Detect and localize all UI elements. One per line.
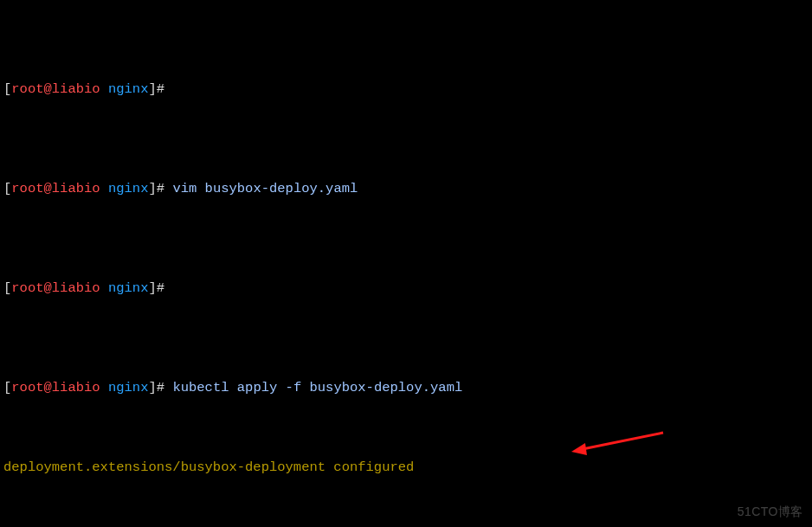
prompt-user: root@liabio <box>11 380 100 395</box>
prompt-line: [root@liabio nginx]# kubectl apply -f bu… <box>3 378 809 398</box>
prompt-line: [root@liabio nginx]# <box>3 279 809 299</box>
prompt-user: root@liabio <box>11 81 100 97</box>
prompt-dir: nginx <box>108 181 149 196</box>
cmd-vim: vim busybox-deploy.yaml <box>172 181 358 196</box>
prompt-dir: nginx <box>108 380 149 395</box>
prompt-user: root@liabio <box>11 181 100 196</box>
prompt-dir: nginx <box>108 81 149 97</box>
cmd-apply: kubectl apply -f busybox-deploy.yaml <box>172 380 462 395</box>
terminal[interactable]: [root@liabio nginx]# [root@liabio nginx]… <box>0 0 812 527</box>
prompt-user: root@liabio <box>11 280 100 296</box>
prompt-line: [root@liabio nginx]# <box>3 80 809 100</box>
prompt-line: [root@liabio nginx]# vim busybox-deploy.… <box>3 179 809 199</box>
apply-output: deployment.extensions/busybox-deployment… <box>3 458 809 478</box>
watermark-text: 51CTO博客 <box>738 502 803 522</box>
prompt-dir: nginx <box>108 280 149 296</box>
